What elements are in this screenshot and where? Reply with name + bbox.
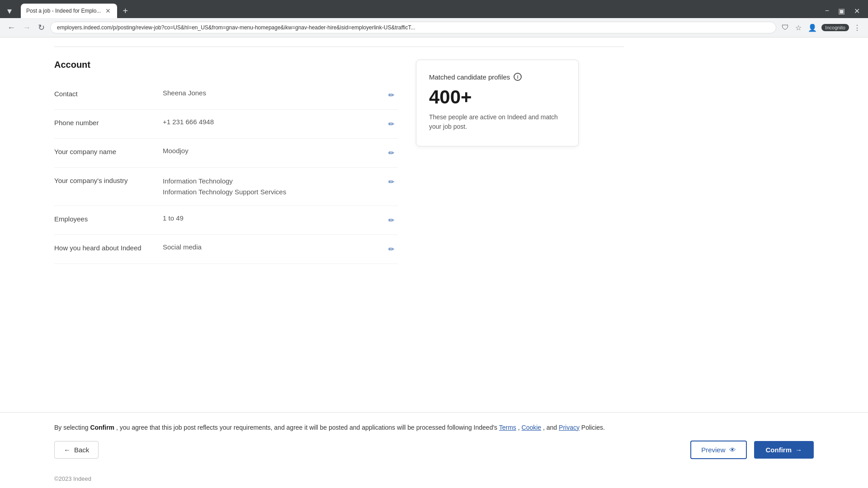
content-layout: Account Contact Sheena Jones ✏ Phone num… [54, 60, 814, 264]
footer-confirm-word: Confirm [90, 424, 114, 431]
footer-comma1: , [518, 424, 522, 431]
tab-close-icon[interactable]: ✕ [104, 6, 112, 15]
address-input[interactable] [50, 22, 776, 33]
page-content: Account Contact Sheena Jones ✏ Phone num… [0, 38, 868, 488]
footer-prefix: By selecting [54, 424, 90, 431]
cookie-link[interactable]: Cookie [522, 424, 542, 431]
company-name-row: Your company name Moodjoy ✏ [54, 139, 398, 168]
employees-edit-button[interactable]: ✏ [385, 214, 398, 226]
footer-bar: By selecting Confirm , you agree that th… [0, 412, 868, 468]
eye-icon: 👁 [729, 446, 736, 454]
company-name-label: Your company name [54, 147, 163, 155]
info-icon[interactable]: i [514, 73, 522, 81]
industry-label: Your company's industry [54, 176, 163, 184]
contact-row: Contact Sheena Jones ✏ [54, 81, 398, 110]
back-button[interactable]: ← Back [54, 441, 99, 459]
industry-row: Your company's industry Information Tech… [54, 168, 398, 206]
incognito-badge: Incognito [821, 24, 849, 31]
menu-icon[interactable]: ⋮ [852, 22, 863, 34]
industry-line-1: Information Technology [163, 176, 381, 187]
forward-nav-button[interactable]: → [21, 21, 33, 34]
heard-about-value: Social media [163, 243, 381, 251]
back-arrow-icon: ← [64, 446, 71, 454]
active-tab[interactable]: Post a job - Indeed for Emplo... ✕ [21, 4, 117, 18]
footer-middle: , you agree that this job post reflects … [116, 424, 499, 431]
footer-actions: ← Back Preview 👁 Confirm → [54, 441, 814, 459]
industry-value: Information Technology Information Techn… [163, 176, 381, 197]
window-controls: − ▣ ✕ [822, 6, 863, 16]
card-header: Matched candidate profiles i [429, 73, 566, 81]
minimize-button[interactable]: − [822, 6, 832, 16]
heard-about-edit-button[interactable]: ✏ [385, 243, 398, 255]
browser-controls: ▾ [5, 4, 14, 18]
profile-icon[interactable]: 👤 [806, 22, 819, 34]
copyright-text: ©2023 Indeed [54, 475, 91, 482]
back-nav-button[interactable]: ← [5, 21, 17, 34]
heard-about-label: How you heard about Indeed [54, 243, 163, 252]
profile-dropdown[interactable]: ▾ [5, 4, 14, 18]
heard-about-row: How you heard about Indeed Social media … [54, 235, 398, 264]
browser-bar-icons: 🛡 ☆ 👤 Incognito ⋮ [780, 22, 863, 34]
back-label: Back [74, 446, 89, 454]
shield-icon: 🛡 [780, 22, 791, 33]
tab-title: Post a job - Indeed for Emplo... [26, 8, 101, 14]
incognito-label: Incognito [825, 25, 845, 30]
contact-label: Contact [54, 89, 163, 98]
section-title: Account [54, 60, 398, 70]
main-area: Account Contact Sheena Jones ✏ Phone num… [0, 38, 868, 412]
phone-row: Phone number +1 231 666 4948 ✏ [54, 110, 398, 139]
tab-bar: Post a job - Indeed for Emplo... ✕ + [21, 4, 819, 18]
terms-link[interactable]: Terms [499, 424, 516, 431]
new-tab-button[interactable]: + [119, 4, 132, 18]
company-name-edit-button[interactable]: ✏ [385, 147, 398, 159]
employees-value: 1 to 49 [163, 214, 381, 222]
industry-line-2: Information Technology Support Services [163, 187, 381, 197]
phone-label: Phone number [54, 118, 163, 127]
phone-value: +1 231 666 4948 [163, 118, 381, 126]
confirm-button[interactable]: Confirm → [754, 441, 814, 459]
confirm-label: Confirm [766, 446, 792, 454]
maximize-button[interactable]: ▣ [835, 6, 848, 16]
bookmark-icon[interactable]: ☆ [793, 22, 803, 34]
reload-button[interactable]: ↻ [36, 21, 47, 34]
employees-row: Employees 1 to 49 ✏ [54, 206, 398, 235]
phone-edit-button[interactable]: ✏ [385, 118, 398, 130]
contact-edit-button[interactable]: ✏ [385, 89, 398, 101]
arrow-right-icon: → [795, 446, 802, 454]
industry-edit-button[interactable]: ✏ [385, 176, 398, 188]
candidate-count: 400+ [429, 86, 566, 108]
browser-chrome: ▾ Post a job - Indeed for Emplo... ✕ + −… [0, 0, 868, 18]
footer-and: , and [543, 424, 559, 431]
preview-button[interactable]: Preview 👁 [690, 441, 746, 459]
contact-value: Sheena Jones [163, 89, 381, 97]
employees-label: Employees [54, 214, 163, 223]
company-name-value: Moodjoy [163, 147, 381, 155]
footer-suffix: Policies. [581, 424, 605, 431]
account-section: Account Contact Sheena Jones ✏ Phone num… [54, 60, 398, 264]
card-title: Matched candidate profiles [429, 73, 510, 81]
preview-label: Preview [701, 446, 725, 454]
close-button[interactable]: ✕ [851, 6, 863, 16]
matched-candidates-card: Matched candidate profiles i 400+ These … [416, 60, 579, 146]
top-divider [54, 47, 624, 47]
card-description: These people are active on Indeed and ma… [429, 113, 566, 131]
privacy-link[interactable]: Privacy [559, 424, 580, 431]
footer-text: By selecting Confirm , you agree that th… [54, 422, 814, 432]
page-footer: ©2023 Indeed [0, 468, 868, 488]
address-bar: ← → ↻ 🛡 ☆ 👤 Incognito ⋮ [0, 18, 868, 38]
